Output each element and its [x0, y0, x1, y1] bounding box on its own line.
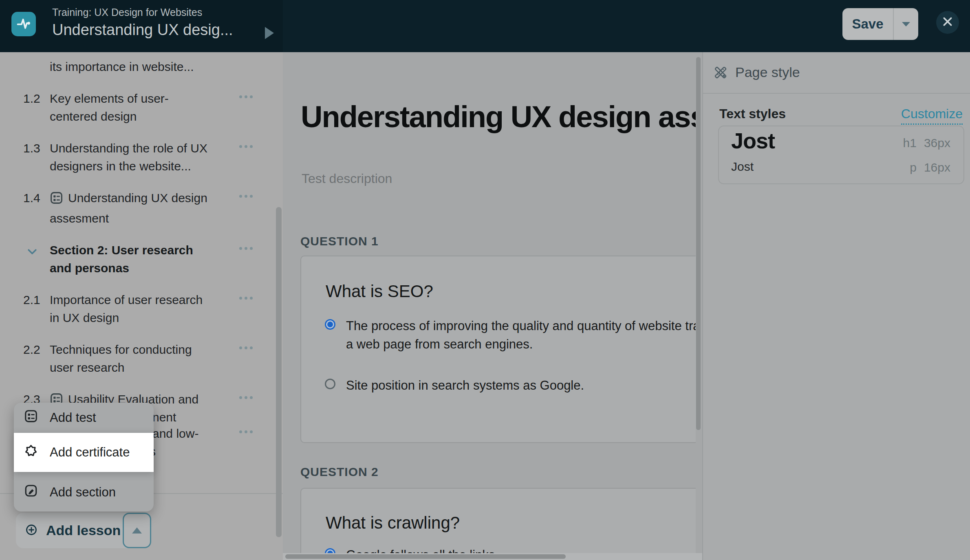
item-menu-dots-icon[interactable]: [239, 430, 253, 433]
top-bar: Training: UX Design for Websites Underst…: [0, 0, 970, 52]
test-icon: [50, 191, 63, 209]
question-2-text[interactable]: What is crawling?: [326, 513, 460, 533]
expand-arrow-icon[interactable]: [265, 27, 274, 39]
radio-unselected-icon[interactable]: [325, 379, 335, 389]
question-1-options: The process of improving the quality and…: [325, 317, 696, 417]
sidebar-scrollbar[interactable]: [276, 207, 282, 537]
close-button[interactable]: [936, 11, 959, 34]
item-menu-dots-icon[interactable]: [239, 396, 253, 399]
course-editor-window: Training: UX Design for Websites Underst…: [0, 0, 970, 560]
collapse-menu-button[interactable]: [123, 513, 151, 548]
chevron-down-icon: [902, 22, 910, 26]
occluded-label-fragment: and low-: [152, 425, 198, 443]
chevron-down-icon[interactable]: [26, 245, 38, 262]
circle-plus-icon: [26, 524, 37, 537]
item-menu-dots-icon[interactable]: [239, 145, 253, 148]
question-1-text[interactable]: What is SEO?: [326, 282, 433, 301]
menu-item-label: Add test: [50, 410, 96, 425]
save-label: Save: [842, 16, 893, 32]
app-logo[interactable]: [11, 12, 36, 36]
occluded-label-fragment: nent: [152, 408, 176, 426]
customize-link[interactable]: Customize: [901, 106, 963, 125]
lesson-canvas: Understanding UX design assesment Test d…: [283, 52, 696, 560]
pencil-square-icon: [24, 484, 38, 501]
lesson-number: 1.4: [23, 189, 50, 227]
panel-header: Page style: [703, 52, 970, 93]
answer-option[interactable]: The process of improving the quality and…: [325, 317, 696, 353]
menu-item-add-section[interactable]: Add section: [14, 473, 154, 511]
font-preview: Jost: [731, 128, 775, 153]
menu-item-label: Add section: [50, 485, 116, 500]
chevron-up-icon: [132, 527, 142, 534]
question-1-label: QUESTION 1: [300, 234, 379, 248]
item-menu-dots-icon[interactable]: [239, 195, 253, 198]
panel-divider: [703, 93, 970, 94]
font-style-card[interactable]: Jost Jost h136px p16px: [718, 126, 964, 184]
answer-option[interactable]: Site position in search systems as Googl…: [325, 376, 696, 395]
question-1-card[interactable]: What is SEO? The process of improving th…: [300, 256, 696, 443]
test-description-placeholder[interactable]: Test description: [302, 171, 392, 186]
pulse-icon: [15, 15, 32, 33]
p-size-spec: p16px: [910, 161, 950, 174]
sidebar-lesson-item[interactable]: 1.3Understanding the role of UXdesigners…: [0, 139, 283, 175]
answer-option-text: The process of improving the quality and…: [346, 317, 696, 353]
font-name: Jost: [731, 160, 754, 174]
sidebar-lesson-item[interactable]: 1.2Key elements of user-centered design: [0, 90, 283, 126]
radio-selected-icon[interactable]: [325, 319, 335, 330]
question-2-label: QUESTION 2: [300, 465, 379, 479]
lesson-number: 2.2: [23, 341, 50, 377]
certificate-icon: [24, 444, 38, 461]
lesson-number: 1.2: [23, 90, 50, 126]
content-horizontal-scrollbar[interactable]: [285, 554, 566, 559]
sidebar-section-item[interactable]: Section 2: User researchand personas: [0, 241, 283, 277]
course-breadcrumb: Training: UX Design for Websites: [52, 7, 202, 18]
panel-title: Page style: [735, 64, 800, 80]
lesson-item-partial[interactable]: its importance in website...: [0, 58, 283, 76]
h1-size-spec: h136px: [903, 136, 950, 150]
menu-item-label: Add certificate: [50, 445, 130, 460]
current-lesson-title: Understanding UX desig...: [52, 21, 233, 39]
lesson-number: 2.1: [23, 291, 50, 327]
item-menu-dots-icon[interactable]: [239, 247, 253, 250]
add-lesson-label: Add lesson: [46, 523, 121, 538]
page-style-panel: Page style Text styles Customize Jost Jo…: [702, 52, 970, 560]
sidebar-lesson-item[interactable]: 2.2Techniques for conductinguser researc…: [0, 341, 283, 377]
item-menu-dots-icon[interactable]: [239, 346, 253, 349]
lesson-number: 1.3: [23, 139, 50, 175]
test-title[interactable]: Understanding UX design assesment: [301, 99, 696, 134]
item-menu-dots-icon[interactable]: [239, 95, 253, 98]
close-icon: [942, 16, 953, 29]
save-button[interactable]: Save: [842, 8, 918, 40]
answer-option-text: Site position in search systems as Googl…: [346, 376, 584, 395]
add-lesson-button[interactable]: Add lesson: [16, 513, 151, 548]
test-icon: [24, 409, 38, 426]
menu-item-add-test[interactable]: Add test: [14, 403, 154, 433]
sidebar-lesson-item[interactable]: 1.4Understanding UX designassesment: [0, 189, 283, 227]
pencil-ruler-icon: [712, 64, 729, 82]
text-styles-heading: Text styles: [719, 106, 786, 121]
add-content-menu: Add test Add certificate Add section: [14, 403, 154, 511]
content-horizontal-scrollbar-track: [283, 553, 702, 560]
sidebar-lesson-item[interactable]: 2.1Importance of user researchin UX desi…: [0, 291, 283, 327]
question-2-card[interactable]: What is crawling? Google follows all the…: [300, 488, 696, 560]
menu-item-add-certificate[interactable]: Add certificate: [14, 433, 154, 472]
item-menu-dots-icon[interactable]: [239, 297, 253, 300]
content-vertical-scrollbar[interactable]: [696, 57, 701, 430]
save-dropdown-button[interactable]: [894, 8, 918, 40]
